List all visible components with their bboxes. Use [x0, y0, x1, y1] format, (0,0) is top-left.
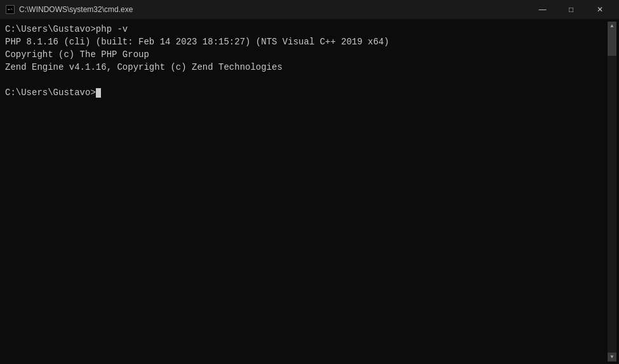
terminal-line-2: PHP 8.1.16 (cli) (built: Feb 14 2023 18:…: [5, 36, 605, 48]
scrollbar-track[interactable]: [608, 30, 616, 353]
scrollbar-up-arrow[interactable]: ▲: [608, 22, 616, 30]
close-button[interactable]: ✕: [585, 0, 614, 19]
scrollbar-thumb[interactable]: [608, 30, 616, 56]
scrollbar-down-arrow[interactable]: ▼: [608, 353, 616, 361]
title-bar: C:\WINDOWS\system32\cmd.exe — □ ✕: [0, 0, 619, 19]
terminal-line-3: Copyright (c) The PHP Group: [5, 48, 605, 61]
title-bar-left: C:\WINDOWS\system32\cmd.exe: [5, 4, 133, 15]
cmd-window: C:\WINDOWS\system32\cmd.exe — □ ✕ C:\Use…: [0, 0, 619, 364]
title-bar-controls: — □ ✕: [528, 0, 614, 19]
scrollbar[interactable]: ▲ ▼: [608, 22, 616, 361]
title-bar-title: C:\WINDOWS\system32\cmd.exe: [19, 5, 133, 14]
minimize-button[interactable]: —: [528, 0, 557, 19]
cmd-icon: [5, 4, 15, 15]
terminal-line-1: C:\Users\Gustavo>php -v: [5, 23, 605, 36]
terminal-content: C:\Users\Gustavo>php -v PHP 8.1.16 (cli)…: [3, 22, 608, 361]
maximize-button[interactable]: □: [557, 0, 585, 19]
terminal-line-4: Zend Engine v4.1.16, Copyright (c) Zend …: [5, 61, 605, 74]
cursor: [96, 88, 101, 98]
terminal-line-5: [5, 74, 605, 86]
terminal-line-6: C:\Users\Gustavo>: [5, 86, 605, 99]
terminal-body[interactable]: C:\Users\Gustavo>php -v PHP 8.1.16 (cli)…: [0, 19, 619, 364]
